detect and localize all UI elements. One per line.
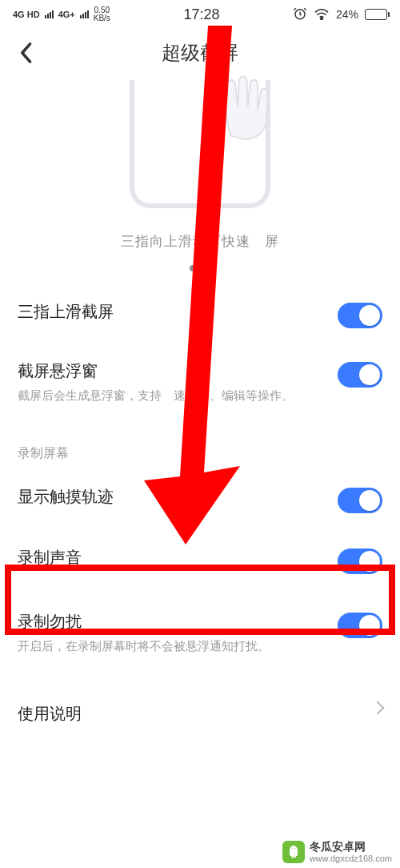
android-icon bbox=[282, 841, 305, 863]
status-right: 24% bbox=[293, 6, 387, 23]
toggle-three-finger[interactable] bbox=[338, 303, 382, 328]
row-show-touch-trace[interactable]: 显示触摸轨迹 bbox=[18, 473, 382, 526]
row-instructions[interactable]: 使用说明 bbox=[18, 687, 382, 741]
svg-point-3 bbox=[291, 848, 292, 849]
status-bar: 4G HD 4G+ 0.50 KB/s 17:28 24% bbox=[0, 0, 400, 29]
hand-illustration bbox=[202, 48, 274, 144]
row-title: 使用说明 bbox=[18, 703, 357, 725]
toggle-touch-trace[interactable] bbox=[338, 488, 382, 513]
row-title: 三指上滑截屏 bbox=[18, 301, 322, 323]
row-desc: 开启后，在录制屏幕时将不会被悬浮通知打扰。 bbox=[18, 637, 322, 656]
row-record-dnd[interactable]: 录制勿扰 开启后，在录制屏幕时将不会被悬浮通知打扰。 bbox=[18, 595, 382, 672]
signal-bars-1 bbox=[45, 10, 54, 18]
row-title: 截屏悬浮窗 bbox=[18, 360, 322, 382]
header: 超级截屏 bbox=[0, 29, 400, 77]
watermark-line2: www.dgxcdz168.com bbox=[310, 854, 392, 863]
illustration-area[interactable]: 三指向上滑动可快速截屏 bbox=[0, 77, 400, 285]
page-indicator[interactable] bbox=[190, 265, 210, 271]
watermark-line1: 冬瓜安卓网 bbox=[310, 841, 392, 853]
battery-icon bbox=[365, 9, 387, 20]
row-floating-window[interactable]: 截屏悬浮窗 截屏后会生成悬浮窗，支持快速分享、编辑等操作。 bbox=[18, 344, 382, 421]
row-record-audio[interactable]: 录制声音 bbox=[18, 526, 382, 595]
wifi-icon bbox=[314, 7, 330, 22]
row-title: 录制勿扰 bbox=[18, 611, 322, 633]
chevron-left-icon bbox=[18, 42, 33, 64]
desc-prefix: 截屏后会生成悬浮窗，支持 bbox=[18, 388, 162, 402]
dot-1[interactable] bbox=[190, 265, 196, 271]
svg-point-4 bbox=[294, 848, 295, 849]
network-label-2: 4G+ bbox=[58, 10, 75, 19]
network-label-1: 4G HD bbox=[13, 10, 40, 19]
alarm-icon bbox=[293, 6, 307, 23]
watermark-text: 冬瓜安卓网 www.dgxcdz168.com bbox=[310, 841, 392, 862]
dot-2[interactable] bbox=[204, 265, 210, 271]
toggle-floating-window[interactable] bbox=[338, 362, 382, 388]
toggle-record-dnd[interactable] bbox=[338, 613, 382, 638]
row-desc: 截屏后会生成悬浮窗，支持快速分享、编辑等操作。 bbox=[18, 387, 322, 405]
back-button[interactable] bbox=[10, 37, 42, 69]
chevron-right-icon bbox=[373, 703, 382, 713]
clock: 17:28 bbox=[183, 6, 219, 23]
toggle-record-audio[interactable] bbox=[338, 549, 382, 574]
watermark: 冬瓜安卓网 www.dgxcdz168.com bbox=[282, 841, 392, 863]
settings-list: 三指上滑截屏 截屏悬浮窗 截屏后会生成悬浮窗，支持快速分享、编辑等操作。 录制屏… bbox=[0, 285, 400, 741]
caption-suffix: 屏 bbox=[265, 234, 279, 249]
row-title: 录制声音 bbox=[18, 547, 322, 569]
battery-percent: 24% bbox=[336, 8, 358, 21]
row-three-finger-screenshot[interactable]: 三指上滑截屏 bbox=[18, 285, 382, 344]
status-left: 4G HD 4G+ 0.50 KB/s bbox=[13, 6, 110, 22]
row-title: 显示触摸轨迹 bbox=[18, 486, 322, 508]
illustration-caption: 三指向上滑动可快速截屏 bbox=[121, 232, 279, 251]
section-label-record: 录制屏幕 bbox=[18, 421, 382, 473]
desc-suffix: 速分享、编辑等操作。 bbox=[174, 388, 294, 402]
signal-bars-2 bbox=[80, 10, 89, 18]
svg-point-1 bbox=[321, 18, 322, 19]
caption-prefix: 三指向上滑动可快速 bbox=[121, 234, 250, 249]
net-speed: 0.50 KB/s bbox=[94, 6, 110, 22]
phone-outline-illustration bbox=[130, 80, 270, 208]
net-speed-unit: KB/s bbox=[94, 14, 110, 22]
